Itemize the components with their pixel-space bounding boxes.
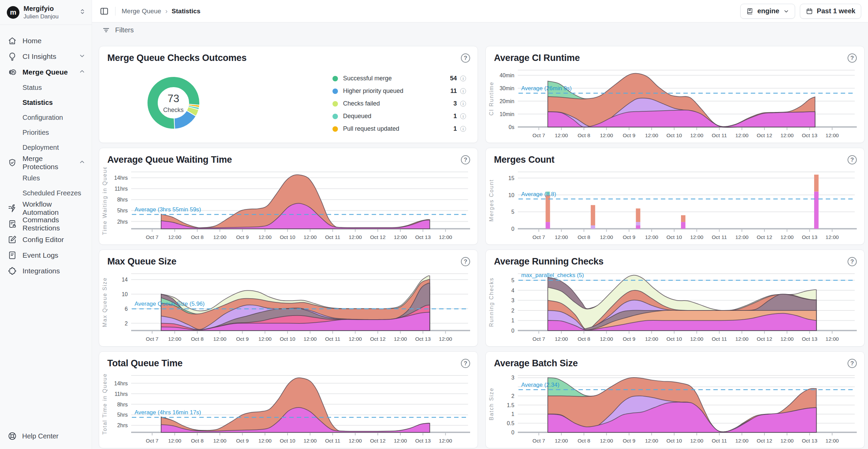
help-center[interactable]: Help Center [0, 423, 92, 449]
svg-text:12:00: 12:00 [600, 234, 613, 240]
org-name: Mergifyio [24, 4, 75, 13]
chevrons-up-down-icon[interactable] [79, 8, 86, 17]
legend-item[interactable]: Higher priority queued11i [332, 85, 466, 97]
lightbulb-icon [7, 52, 17, 61]
chevron-down-icon [783, 8, 789, 14]
repository-select[interactable]: engine [740, 4, 795, 19]
home-icon [7, 36, 17, 46]
svg-text:12:00: 12:00 [304, 438, 317, 444]
sidebar-item-configuration[interactable]: Configuration [0, 110, 92, 125]
sidebar-item-label: CI Insights [22, 52, 56, 61]
legend-value: 54 [450, 75, 457, 82]
legend-item[interactable]: Successful merge54i [332, 72, 466, 85]
sidebar-item-label: Event Logs [22, 251, 58, 259]
legend-item[interactable]: Dequeued1i [332, 110, 466, 123]
help-icon[interactable]: ? [461, 359, 470, 368]
svg-text:12:00: 12:00 [645, 336, 658, 342]
merges-count-chart[interactable]: Average (8.8)051015Oct 712:00Oct 812:00O… [486, 167, 864, 244]
sidebar-item-priorities[interactable]: Priorities [0, 125, 92, 140]
sidebar-item-home[interactable]: Home [0, 33, 92, 49]
outcomes-legend: Successful merge54iHigher priority queue… [332, 72, 466, 135]
svg-text:12:00: 12:00 [213, 438, 227, 444]
svg-text:Oct 8: Oct 8 [191, 234, 204, 240]
info-icon[interactable]: i [460, 101, 466, 107]
svg-text:Oct 13: Oct 13 [802, 438, 818, 444]
svg-text:1.5: 1.5 [507, 402, 514, 408]
info-icon[interactable]: i [460, 126, 466, 132]
svg-text:8hrs: 8hrs [117, 402, 128, 407]
svg-text:Oct 10: Oct 10 [666, 438, 682, 444]
card-merges-count: Merges Count ? Average (8.8)051015Oct 71… [485, 148, 865, 245]
help-icon[interactable]: ? [461, 155, 470, 164]
total-queue-time-chart[interactable]: Average (4hrs 16min 17s)2hrs5hrs8hrs11hr… [99, 371, 478, 447]
svg-text:12:00: 12:00 [555, 438, 568, 444]
edit-pencil-icon [7, 235, 17, 244]
sidebar-item-config-editor[interactable]: Config Editor [0, 232, 92, 247]
sidebar-item-ci-insights[interactable]: CI Insights [0, 49, 92, 64]
merge-queue-icon [7, 67, 17, 77]
svg-text:12:00: 12:00 [825, 132, 839, 138]
svg-text:Oct 13: Oct 13 [802, 234, 818, 240]
sidebar-item-merge-protections[interactable]: Merge Protections [0, 155, 92, 171]
sidebar-item-merge-queue[interactable]: Merge Queue [0, 64, 92, 80]
sidebar-item-workflow-automation[interactable]: Workflow Automation [0, 201, 92, 216]
average-annotation: Average (2.34) [521, 382, 559, 388]
running-checks-chart[interactable]: max_parallel_checks (5)012345Oct 712:00O… [486, 269, 864, 346]
batch-size-chart[interactable]: Average (2.34)00.511.523Oct 712:00Oct 81… [486, 371, 864, 447]
svg-text:12:00: 12:00 [825, 438, 839, 444]
zap-lines-icon [7, 204, 17, 213]
card-total-queue-time: Total Queue Time ? Average (4hrs 16min 1… [99, 351, 478, 448]
card-title: Average Batch Size [494, 358, 578, 369]
legend-item[interactable]: Checks failed3i [332, 97, 466, 110]
svg-text:40min: 40min [499, 73, 514, 78]
sidebar-item-event-logs[interactable]: Event Logs [0, 247, 92, 263]
legend-item[interactable]: Pull request updated1i [332, 123, 466, 135]
svg-text:12:00: 12:00 [213, 234, 227, 240]
svg-text:10: 10 [122, 291, 128, 297]
sidebar-item-label: Merge Protections [22, 155, 73, 171]
legend-label: Checks failed [343, 100, 453, 107]
svg-text:12:00: 12:00 [735, 132, 748, 138]
help-icon[interactable]: ? [848, 359, 857, 368]
breadcrumb-merge-queue[interactable]: Merge Queue [122, 7, 161, 15]
svg-text:Oct 11: Oct 11 [712, 336, 727, 342]
info-icon[interactable]: i [460, 88, 466, 94]
max-queue-size-chart[interactable]: Average Queue Size (5.96)261014Oct 712:0… [99, 269, 478, 346]
info-icon[interactable]: i [460, 113, 466, 119]
help-icon[interactable]: ? [461, 53, 470, 63]
legend-dot [332, 126, 338, 132]
svg-text:Oct 7: Oct 7 [532, 234, 545, 240]
sidebar-item-commands-restrictions[interactable]: Commands Restrictions [0, 216, 92, 232]
svg-text:Oct 7: Oct 7 [532, 438, 545, 444]
svg-text:Oct 11: Oct 11 [712, 438, 727, 444]
sidebar-nav: Home CI Insights Merge Queue Status Stat… [0, 25, 92, 423]
info-icon[interactable]: i [460, 76, 466, 81]
legend-dot [332, 76, 338, 81]
svg-text:12:00: 12:00 [645, 132, 658, 138]
ci-runtime-chart[interactable]: Average (26min 9s)0s10min20min30min40min… [486, 65, 864, 142]
sidebar-item-deployment[interactable]: Deployment [0, 140, 92, 155]
card-title: Average CI Runtime [494, 53, 580, 63]
help-icon[interactable]: ? [848, 53, 857, 63]
sidebar-toggle-icon[interactable] [99, 6, 109, 16]
queue-waiting-chart[interactable]: Average (3hrs 55min 59s)2hrs5hrs8hrs11hr… [99, 167, 478, 244]
sidebar-item-rules[interactable]: Rules [0, 171, 92, 186]
sidebar-item-statistics[interactable]: Statistics [0, 95, 92, 110]
card-title: Merge Queue Checks Outcomes [107, 53, 247, 63]
svg-text:Oct 8: Oct 8 [578, 336, 590, 342]
svg-text:12:00: 12:00 [645, 234, 658, 240]
org-switcher[interactable]: m Mergifyio Julien Danjou [0, 0, 92, 25]
svg-text:12:00: 12:00 [555, 132, 568, 138]
help-icon[interactable]: ? [848, 257, 857, 266]
svg-text:Oct 11: Oct 11 [325, 336, 340, 342]
filters-bar[interactable]: Filters [92, 22, 868, 38]
svg-text:Oct 7: Oct 7 [146, 234, 158, 240]
sidebar-item-integrations[interactable]: Integrations [0, 263, 92, 279]
outcomes-donut-chart[interactable]: 73ChecksSuccessful merge54iHigher priori… [99, 63, 478, 143]
help-icon[interactable]: ? [848, 155, 857, 164]
sidebar-item-status[interactable]: Status [0, 80, 92, 95]
svg-text:12:00: 12:00 [258, 336, 272, 342]
time-range-button[interactable]: Past 1 week [800, 4, 861, 19]
help-icon[interactable]: ? [461, 257, 470, 266]
sidebar-item-scheduled-freezes[interactable]: Scheduled Freezes [0, 186, 92, 201]
